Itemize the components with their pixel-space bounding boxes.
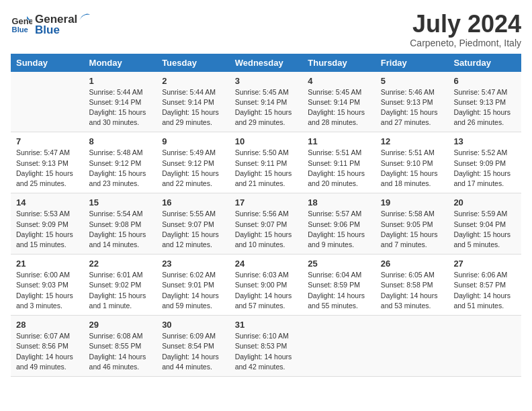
calendar-cell: 8Sunrise: 5:48 AM Sunset: 9:12 PM Daylig… (84, 132, 157, 193)
day-number: 25 (308, 259, 370, 269)
day-info: Sunrise: 6:02 AM Sunset: 9:01 PM Dayligh… (162, 270, 224, 311)
calendar-cell (375, 316, 449, 377)
calendar-cell: 30Sunrise: 6:09 AM Sunset: 8:54 PM Dayli… (157, 316, 230, 377)
day-info: Sunrise: 5:45 AM Sunset: 9:14 PM Dayligh… (308, 87, 370, 128)
calendar-cell: 1Sunrise: 5:44 AM Sunset: 9:14 PM Daylig… (84, 72, 157, 132)
day-number: 12 (381, 136, 443, 146)
day-header-friday: Friday (375, 54, 449, 72)
day-info: Sunrise: 5:55 AM Sunset: 9:07 PM Dayligh… (162, 209, 224, 250)
day-info: Sunrise: 5:58 AM Sunset: 9:05 PM Dayligh… (381, 209, 443, 250)
day-number: 14 (16, 197, 79, 208)
day-header-thursday: Thursday (302, 54, 375, 72)
calendar-cell (448, 316, 521, 377)
day-info: Sunrise: 6:04 AM Sunset: 8:59 PM Dayligh… (308, 270, 370, 311)
calendar-cell: 21Sunrise: 6:00 AM Sunset: 9:03 PM Dayli… (11, 255, 84, 316)
day-header-wednesday: Wednesday (230, 54, 303, 72)
day-header-sunday: Sunday (11, 54, 84, 72)
day-number: 3 (235, 76, 298, 86)
calendar-week-row: 1Sunrise: 5:44 AM Sunset: 9:14 PM Daylig… (11, 72, 521, 132)
calendar-cell: 5Sunrise: 5:46 AM Sunset: 9:13 PM Daylig… (375, 72, 449, 132)
calendar-cell: 26Sunrise: 6:05 AM Sunset: 8:58 PM Dayli… (375, 255, 449, 316)
calendar-cell: 2Sunrise: 5:44 AM Sunset: 9:14 PM Daylig… (157, 72, 230, 132)
day-number: 16 (162, 197, 224, 208)
day-info: Sunrise: 6:01 AM Sunset: 9:02 PM Dayligh… (89, 270, 152, 311)
calendar-cell: 29Sunrise: 6:08 AM Sunset: 8:55 PM Dayli… (84, 316, 157, 377)
day-info: Sunrise: 5:47 AM Sunset: 9:13 PM Dayligh… (453, 87, 516, 128)
day-number: 24 (235, 259, 298, 269)
day-info: Sunrise: 6:07 AM Sunset: 8:56 PM Dayligh… (16, 331, 79, 372)
page-header: General Blue General Blue July 2024 Carp… (11, 11, 521, 48)
day-info: Sunrise: 6:10 AM Sunset: 8:53 PM Dayligh… (235, 331, 298, 372)
calendar-week-row: 7Sunrise: 5:47 AM Sunset: 9:13 PM Daylig… (11, 132, 521, 193)
day-info: Sunrise: 5:57 AM Sunset: 9:06 PM Dayligh… (308, 209, 370, 250)
day-header-monday: Monday (84, 54, 157, 72)
day-number: 13 (453, 136, 516, 146)
day-number: 19 (381, 197, 443, 208)
day-number: 2 (162, 76, 224, 86)
day-info: Sunrise: 6:05 AM Sunset: 8:58 PM Dayligh… (381, 270, 443, 311)
calendar-cell: 15Sunrise: 5:54 AM Sunset: 9:08 PM Dayli… (84, 193, 157, 255)
day-number: 8 (89, 136, 152, 146)
day-number: 11 (308, 136, 370, 146)
calendar-cell: 4Sunrise: 5:45 AM Sunset: 9:14 PM Daylig… (302, 72, 375, 132)
calendar-cell: 6Sunrise: 5:47 AM Sunset: 9:13 PM Daylig… (448, 72, 521, 132)
calendar-cell: 16Sunrise: 5:55 AM Sunset: 9:07 PM Dayli… (157, 193, 230, 255)
calendar-cell: 20Sunrise: 5:59 AM Sunset: 9:04 PM Dayli… (448, 193, 521, 255)
day-number: 31 (235, 320, 298, 330)
day-info: Sunrise: 5:44 AM Sunset: 9:14 PM Dayligh… (162, 87, 224, 128)
day-number: 26 (381, 259, 443, 269)
calendar-cell: 17Sunrise: 5:56 AM Sunset: 9:07 PM Dayli… (230, 193, 303, 255)
logo-bird-icon (78, 11, 93, 23)
day-number: 7 (16, 136, 79, 146)
day-info: Sunrise: 6:08 AM Sunset: 8:55 PM Dayligh… (89, 331, 152, 372)
day-header-tuesday: Tuesday (157, 54, 230, 72)
location-subtitle: Carpeneto, Piedmont, Italy (410, 38, 521, 48)
day-info: Sunrise: 5:49 AM Sunset: 9:12 PM Dayligh… (162, 148, 224, 189)
day-number: 15 (89, 197, 152, 208)
calendar-week-row: 21Sunrise: 6:00 AM Sunset: 9:03 PM Dayli… (11, 255, 521, 316)
day-info: Sunrise: 5:52 AM Sunset: 9:09 PM Dayligh… (453, 148, 516, 189)
calendar-cell: 19Sunrise: 5:58 AM Sunset: 9:05 PM Dayli… (375, 193, 449, 255)
day-info: Sunrise: 5:51 AM Sunset: 9:11 PM Dayligh… (308, 148, 370, 189)
day-number: 1 (89, 76, 152, 86)
day-number: 27 (453, 259, 516, 269)
day-info: Sunrise: 6:00 AM Sunset: 9:03 PM Dayligh… (16, 270, 79, 311)
day-info: Sunrise: 5:46 AM Sunset: 9:13 PM Dayligh… (381, 87, 443, 128)
day-number: 30 (162, 320, 224, 330)
calendar-cell: 13Sunrise: 5:52 AM Sunset: 9:09 PM Dayli… (448, 132, 521, 193)
day-info: Sunrise: 5:59 AM Sunset: 9:04 PM Dayligh… (453, 209, 516, 250)
day-number: 4 (308, 76, 370, 86)
calendar-cell: 7Sunrise: 5:47 AM Sunset: 9:13 PM Daylig… (11, 132, 84, 193)
calendar-cell: 24Sunrise: 6:03 AM Sunset: 9:00 PM Dayli… (230, 255, 303, 316)
calendar-cell: 9Sunrise: 5:49 AM Sunset: 9:12 PM Daylig… (157, 132, 230, 193)
calendar-table: SundayMondayTuesdayWednesdayThursdayFrid… (11, 54, 521, 377)
day-info: Sunrise: 5:53 AM Sunset: 9:09 PM Dayligh… (16, 209, 79, 250)
calendar-cell (302, 316, 375, 377)
day-info: Sunrise: 6:06 AM Sunset: 8:57 PM Dayligh… (453, 270, 516, 311)
svg-text:Blue: Blue (12, 26, 28, 34)
month-year-title: July 2024 (410, 11, 521, 38)
calendar-cell: 22Sunrise: 6:01 AM Sunset: 9:02 PM Dayli… (84, 255, 157, 316)
day-number: 29 (89, 320, 152, 330)
calendar-cell: 31Sunrise: 6:10 AM Sunset: 8:53 PM Dayli… (230, 316, 303, 377)
day-number: 6 (453, 76, 516, 86)
day-number: 21 (16, 259, 79, 269)
calendar-cell: 27Sunrise: 6:06 AM Sunset: 8:57 PM Dayli… (448, 255, 521, 316)
day-info: Sunrise: 5:51 AM Sunset: 9:10 PM Dayligh… (381, 148, 443, 189)
calendar-header-row: SundayMondayTuesdayWednesdayThursdayFrid… (11, 54, 521, 72)
logo-icon: General Blue (11, 13, 32, 35)
title-block: July 2024 Carpeneto, Piedmont, Italy (410, 11, 521, 48)
day-info: Sunrise: 5:56 AM Sunset: 9:07 PM Dayligh… (235, 209, 298, 250)
calendar-cell: 14Sunrise: 5:53 AM Sunset: 9:09 PM Dayli… (11, 193, 84, 255)
calendar-cell: 18Sunrise: 5:57 AM Sunset: 9:06 PM Dayli… (302, 193, 375, 255)
day-number: 23 (162, 259, 224, 269)
day-info: Sunrise: 5:54 AM Sunset: 9:08 PM Dayligh… (89, 209, 152, 250)
day-number: 9 (162, 136, 224, 146)
svg-text:General: General (12, 16, 32, 26)
calendar-cell: 10Sunrise: 5:50 AM Sunset: 9:11 PM Dayli… (230, 132, 303, 193)
calendar-cell: 28Sunrise: 6:07 AM Sunset: 8:56 PM Dayli… (11, 316, 84, 377)
calendar-cell: 11Sunrise: 5:51 AM Sunset: 9:11 PM Dayli… (302, 132, 375, 193)
logo: General Blue General Blue (11, 11, 93, 37)
day-number: 10 (235, 136, 298, 146)
day-number: 5 (381, 76, 443, 86)
